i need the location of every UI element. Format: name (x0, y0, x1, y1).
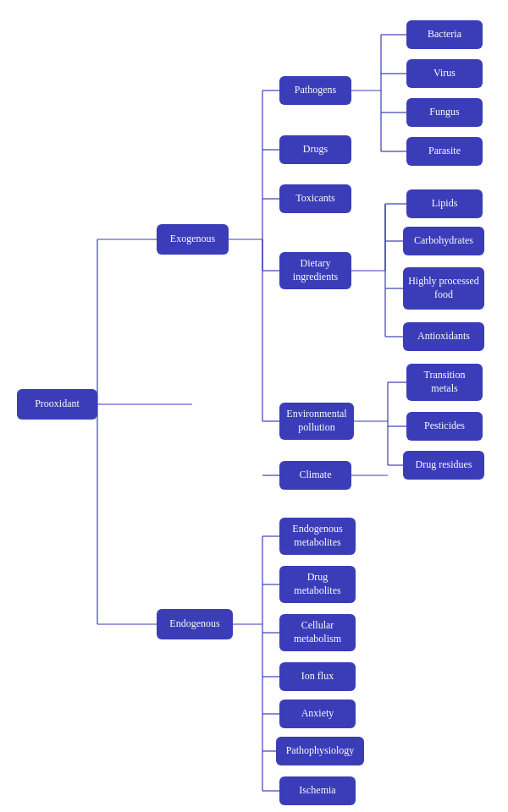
prooxidant-node: Prooxidant (17, 389, 97, 420)
exogenous-node: Exogenous (157, 224, 229, 255)
endogenous-metabolites-node: Endogenous metabolites (279, 518, 356, 555)
drug-residues-node: Drug residues (403, 451, 484, 480)
climate-node: Climate (279, 461, 351, 490)
pathogens-node: Pathogens (279, 76, 351, 105)
transition-metals-node: Transition metals (406, 364, 483, 401)
parasite-node: Parasite (406, 137, 483, 166)
diagram: Prooxidant Exogenous Endogenous Pathogen… (0, 0, 508, 812)
drug-metabolites-node: Drug metabolites (279, 566, 356, 603)
antioxidants-node: Antioxidants (403, 322, 484, 351)
ischemia-node: Ischemia (279, 776, 356, 805)
pesticides-node: Pesticides (406, 412, 483, 441)
virus-node: Virus (406, 59, 483, 88)
lipids-node: Lipids (406, 189, 483, 218)
environmental-node: Environmental pollution (279, 403, 354, 440)
fungus-node: Fungus (406, 98, 483, 127)
highly-processed-node: Highly processed food (403, 267, 484, 310)
toxicants-node: Toxicants (279, 184, 351, 213)
carbohydrates-node: Carbohydrates (403, 227, 484, 255)
anxiety-node: Anxiety (279, 700, 356, 728)
endogenous-node: Endogenous (157, 609, 233, 639)
drugs-node: Drugs (279, 135, 351, 164)
ion-flux-node: Ion flux (279, 662, 356, 691)
dietary-node: Dietary ingredients (279, 252, 351, 289)
pathophysiology-node: Pathophysiology (276, 737, 364, 765)
cellular-metabolism-node: Cellular metabolism (279, 614, 356, 651)
bacteria-node: Bacteria (406, 20, 483, 49)
